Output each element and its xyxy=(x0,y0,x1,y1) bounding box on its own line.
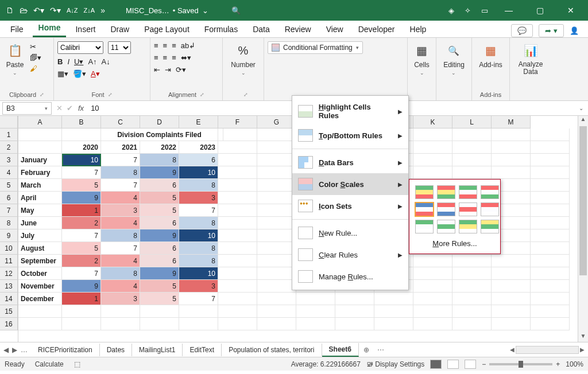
data-cell[interactable]: 6 xyxy=(140,179,179,192)
data-cell[interactable]: 7 xyxy=(179,204,218,217)
col-head[interactable]: A xyxy=(18,116,62,128)
data-cell[interactable]: 5 xyxy=(62,179,101,192)
open-icon[interactable]: 🗁 xyxy=(20,6,28,15)
italic-button[interactable]: I xyxy=(67,57,69,66)
share-button[interactable]: ➦ ▾ xyxy=(539,24,564,37)
tab-review[interactable]: Review xyxy=(279,21,317,37)
align-bottom-icon[interactable]: ≡ xyxy=(172,41,176,50)
data-cell[interactable]: 5 xyxy=(140,293,179,305)
sheet-tab[interactable]: Sheet6 xyxy=(322,343,359,357)
more-rules-link[interactable]: More Rules... xyxy=(415,239,494,248)
cf-icon-sets[interactable]: ●●●Icon Sets▶ xyxy=(292,195,408,217)
redo-icon[interactable]: ↷▾ xyxy=(50,6,61,15)
data-cell[interactable]: 5 xyxy=(140,280,179,293)
color-scale-swatch[interactable] xyxy=(481,202,499,216)
bold-button[interactable]: B xyxy=(57,57,63,66)
sheet-overflow-icon[interactable]: ⋯ xyxy=(374,346,388,354)
col-head[interactable]: C xyxy=(101,116,140,128)
data-cell[interactable]: 10 xyxy=(62,154,101,166)
tab-view[interactable]: View xyxy=(320,21,349,37)
row-head[interactable]: 6 xyxy=(0,192,18,204)
data-cell[interactable]: 8 xyxy=(179,242,218,255)
color-scale-swatch[interactable] xyxy=(415,220,434,233)
tab-data[interactable]: Data xyxy=(247,21,276,37)
font-launcher-icon[interactable]: ⤢ xyxy=(108,92,113,98)
sheet-nav-next-icon[interactable]: ▶ xyxy=(12,346,17,354)
cf-data-bars[interactable]: Data Bars▶ xyxy=(292,151,408,173)
copy-icon[interactable]: 🗐▾ xyxy=(30,53,41,62)
align-top-icon[interactable]: ≡ xyxy=(154,41,158,50)
decrease-indent-icon[interactable]: ⇤ xyxy=(154,65,160,74)
orientation-icon[interactable]: ⟳▾ xyxy=(176,65,186,74)
data-cell[interactable]: 10 xyxy=(179,166,218,179)
data-cell[interactable]: 4 xyxy=(101,217,140,229)
fill-color-icon[interactable]: 🪣▾ xyxy=(73,69,86,78)
cut-icon[interactable]: ✂ xyxy=(30,42,41,51)
data-cell[interactable]: 8 xyxy=(179,255,218,267)
name-box[interactable]: B3▾ xyxy=(2,102,52,115)
row-head[interactable]: 16 xyxy=(0,318,18,330)
underline-button[interactable]: U▾ xyxy=(74,57,83,66)
addins-button[interactable]: ▦ Add-ins xyxy=(477,40,505,70)
increase-font-icon[interactable]: A↑ xyxy=(88,57,96,66)
sort-desc-icon[interactable]: Z↓A xyxy=(84,7,95,14)
sheet-tab[interactable]: RICEPrioritization xyxy=(31,344,100,356)
tab-developer[interactable]: Developer xyxy=(353,21,401,37)
col-head[interactable]: D xyxy=(140,116,179,128)
comments-button[interactable]: 💬 xyxy=(511,24,533,37)
close-button[interactable]: ✕ xyxy=(560,6,581,15)
conditional-formatting-button[interactable]: Conditional Formatting ▾ xyxy=(268,41,363,54)
row-head[interactable]: 4 xyxy=(0,166,18,179)
enter-formula-icon[interactable]: ✔ xyxy=(67,104,73,112)
data-cell[interactable]: 6 xyxy=(140,217,179,229)
data-cell[interactable]: 6 xyxy=(140,255,179,267)
color-scale-swatch[interactable] xyxy=(459,202,477,216)
fx-icon[interactable]: fx xyxy=(75,104,87,112)
align-left-icon[interactable]: ≡ xyxy=(154,53,158,62)
borders-icon[interactable]: ▦▾ xyxy=(57,69,68,78)
format-painter-icon[interactable]: 🖌 xyxy=(30,64,41,73)
data-cell[interactable]: 8 xyxy=(179,179,218,192)
decrease-font-icon[interactable]: A↓ xyxy=(102,57,110,66)
data-cell[interactable]: 3 xyxy=(179,192,218,204)
data-cell[interactable]: 1 xyxy=(62,204,101,217)
data-cell[interactable]: 8 xyxy=(101,267,140,280)
color-scale-swatch[interactable] xyxy=(415,202,434,216)
row-head[interactable]: 1 xyxy=(0,128,18,141)
status-calculate[interactable]: Calculate xyxy=(35,360,64,368)
increase-indent-icon[interactable]: ⇥ xyxy=(165,65,171,74)
merge-icon[interactable]: ⬌▾ xyxy=(181,53,191,62)
align-center-icon[interactable]: ≡ xyxy=(163,53,168,62)
sheet-tab[interactable]: EditText xyxy=(183,344,222,356)
analyze-data-button[interactable]: 📊 Analyze Data xyxy=(513,40,548,77)
color-scale-swatch[interactable] xyxy=(415,185,434,199)
zoom-slider[interactable]: −+ xyxy=(482,360,560,368)
add-sheet-button[interactable]: ⊕ xyxy=(359,346,374,354)
save-caret-icon[interactable]: ⌄ xyxy=(202,6,208,15)
tab-home[interactable]: Home xyxy=(33,20,67,37)
data-cell[interactable]: 6 xyxy=(140,242,179,255)
display-settings[interactable]: 🖳 Display Settings xyxy=(366,360,424,368)
cf-new-rule[interactable]: New Rule... xyxy=(292,222,408,244)
number-format-button[interactable]: % Number ⌄ xyxy=(229,40,258,77)
data-cell[interactable]: 10 xyxy=(179,267,218,280)
col-head[interactable]: M xyxy=(492,116,531,128)
vertical-scrollbar[interactable]: ▲▼ xyxy=(578,116,588,342)
data-cell[interactable]: 7 xyxy=(101,242,140,255)
data-cell[interactable]: 4 xyxy=(101,280,140,293)
wand-icon[interactable]: ✧ xyxy=(465,6,471,15)
row-head[interactable]: 11 xyxy=(0,255,18,267)
row-head[interactable]: 5 xyxy=(0,179,18,192)
minimize-button[interactable]: — xyxy=(498,6,519,15)
maximize-button[interactable]: ▢ xyxy=(529,6,550,15)
clipboard-launcher-icon[interactable]: ⤢ xyxy=(40,92,44,98)
data-cell[interactable]: 9 xyxy=(140,166,179,179)
macro-record-icon[interactable]: ⬚ xyxy=(74,360,80,368)
data-cell[interactable]: 2 xyxy=(62,217,101,229)
color-scale-swatch[interactable] xyxy=(437,185,455,199)
tab-help[interactable]: Help xyxy=(404,21,432,37)
data-cell[interactable]: 6 xyxy=(179,154,218,166)
color-scale-swatch[interactable] xyxy=(481,220,499,233)
data-cell[interactable]: 7 xyxy=(101,179,140,192)
number-launcher-icon[interactable]: ⤢ xyxy=(243,92,248,98)
